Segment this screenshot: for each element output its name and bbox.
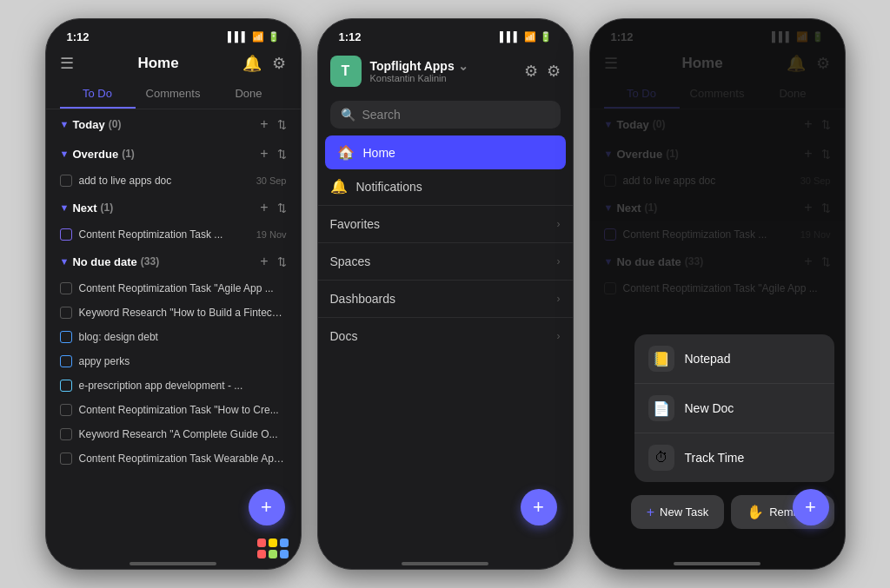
chevron-next: ▼	[60, 202, 70, 213]
tabs-bar-1: To Do Comments Done	[46, 80, 301, 109]
dashboards-chevron: ›	[557, 293, 561, 305]
tab-done[interactable]: Done	[211, 80, 287, 109]
workspace-gear-icon[interactable]: ⚙	[524, 62, 538, 81]
section-today-title: ▼ Today (0)	[60, 118, 122, 131]
task-checkbox	[60, 453, 72, 465]
wifi-icon-2: 📶	[524, 31, 536, 43]
gear-icon[interactable]: ⚙	[272, 54, 286, 73]
nav-divider-4	[318, 317, 573, 318]
task-nodue-8[interactable]: Content Reoptimization Task Wearable App…	[46, 446, 301, 471]
header-icons-1: 🔔 ⚙	[242, 54, 286, 73]
task-checkbox	[60, 307, 72, 319]
task-nodue-5[interactable]: e-prescription app development - ...	[46, 373, 301, 398]
status-time-1: 1:12	[67, 30, 90, 43]
search-bar[interactable]: 🔍 Search	[330, 101, 561, 129]
workspace-chevron: ⌄	[458, 59, 468, 73]
favorites-chevron: ›	[557, 218, 561, 230]
fab-button-1[interactable]: +	[249, 489, 285, 525]
next-count: (1)	[101, 202, 114, 214]
status-time-2: 1:12	[339, 30, 362, 43]
popup-item-newdoc[interactable]: 📄 New Doc	[634, 384, 834, 433]
dot	[280, 538, 289, 547]
task-nodue-6[interactable]: Content Reoptimization Task "How to Cre.…	[46, 398, 301, 422]
task-text: Content Reoptimization Task "Agile App .…	[79, 282, 287, 294]
nav-divider-3	[318, 280, 573, 281]
section-nodue-title: ▼ No due date (33)	[60, 255, 160, 268]
popup-item-tracktime[interactable]: ⏱ Track Time	[634, 433, 834, 482]
add-nodue-icon[interactable]: +	[260, 254, 268, 269]
task-nodue-7[interactable]: Keyword Research "A Complete Guide O...	[46, 422, 301, 446]
task-text: appy perks	[79, 355, 287, 367]
add-next-icon[interactable]: +	[260, 200, 268, 215]
nav-row-spaces[interactable]: Spaces ›	[318, 245, 573, 278]
popup-overlay	[590, 19, 845, 569]
dot	[257, 550, 266, 558]
workspace-user: Konstantin Kalinin	[370, 73, 515, 83]
workspace-name: Topflight Apps ⌄	[370, 59, 515, 73]
section-nodue: ▼ No due date (33) + ⇅	[46, 247, 301, 276]
nav-item-notifications[interactable]: 🔔 Notifications	[318, 169, 573, 203]
bottom-dots-1	[257, 538, 289, 558]
task-nodue-3[interactable]: blog: design debt	[46, 325, 301, 349]
fab-button-2[interactable]: +	[521, 489, 557, 525]
dot	[257, 538, 266, 547]
sort-next-icon[interactable]: ⇅	[277, 202, 287, 215]
battery-icon: 🔋	[268, 31, 280, 43]
status-bar-2: 1:12 ▌▌▌ 📶 🔋	[318, 19, 573, 47]
overdue-count: (1)	[122, 148, 135, 160]
phone-3: 1:12 ▌▌▌ 📶 🔋 ☰ Home 🔔 ⚙ To Do Comments D…	[589, 18, 846, 570]
today-actions: + ⇅	[260, 116, 286, 132]
task-checkbox	[60, 428, 72, 440]
fab-button-3[interactable]: +	[793, 489, 829, 525]
status-bar-1: 1:12 ▌▌▌ 📶 🔋	[46, 19, 301, 47]
nodue-count: (33)	[141, 255, 159, 268]
menu-icon[interactable]: ☰	[60, 54, 74, 73]
chevron-today: ▼	[60, 119, 70, 129]
new-task-button[interactable]: + New Task	[631, 495, 724, 529]
notepad-icon: 📒	[648, 346, 674, 372]
add-overdue-icon[interactable]: +	[260, 146, 268, 162]
workspace-avatar: T	[330, 56, 362, 87]
status-icons-2: ▌▌▌ 📶 🔋	[500, 31, 551, 43]
overdue-actions: + ⇅	[260, 146, 286, 162]
task-text: Content Reoptimization Task ...	[79, 228, 249, 241]
dot	[280, 550, 289, 558]
nav-item-home[interactable]: 🏠 Home	[325, 135, 566, 169]
nav-row-favorites[interactable]: Favorites ›	[318, 208, 573, 241]
popup-item-notepad[interactable]: 📒 Notepad	[634, 334, 834, 384]
sort-overdue-icon[interactable]: ⇅	[277, 148, 287, 161]
nav-header-icons: ⚙ ⚙	[524, 62, 561, 81]
task-checkbox	[60, 282, 72, 294]
task-date: 30 Sep	[256, 175, 287, 186]
task-nodue-1[interactable]: Content Reoptimization Task "Agile App .…	[46, 276, 301, 301]
task-checkbox-blue	[60, 331, 72, 343]
chevron-overdue: ▼	[60, 149, 70, 159]
workspace-settings-icon[interactable]: ⚙	[547, 62, 561, 81]
newdoc-label: New Doc	[685, 401, 734, 415]
sort-nodue-icon[interactable]: ⇅	[277, 255, 287, 268]
task-overdue-1[interactable]: add to live apps doc 30 Sep	[46, 168, 301, 193]
nav-header: T Topflight Apps ⌄ Konstantin Kalinin ⚙ …	[318, 47, 573, 96]
home-nav-icon: 🏠	[337, 144, 355, 161]
nodue-label: No due date	[72, 255, 136, 268]
spaces-label: Spaces	[330, 254, 371, 268]
task-nodue-2[interactable]: Keyword Research "How to Build a Fintech…	[46, 301, 301, 325]
bell-icon[interactable]: 🔔	[242, 54, 262, 73]
nav-row-dashboards[interactable]: Dashboards ›	[318, 282, 573, 315]
task-checkbox-blue	[60, 355, 72, 367]
tab-comments[interactable]: Comments	[136, 80, 211, 109]
tab-todo[interactable]: To Do	[60, 80, 136, 109]
task-next-1[interactable]: Content Reoptimization Task ... 19 Nov	[46, 222, 301, 247]
task-text: Content Reoptimization Task Wearable App…	[79, 453, 287, 465]
sort-today-icon[interactable]: ⇅	[277, 118, 287, 131]
nav-row-docs[interactable]: Docs ›	[318, 320, 573, 353]
task-text: Keyword Research "A Complete Guide O...	[79, 428, 287, 440]
wifi-icon: 📶	[252, 31, 264, 43]
tracktime-icon: ⏱	[648, 445, 674, 471]
task-text: add to live apps doc	[79, 175, 249, 187]
add-today-icon[interactable]: +	[260, 116, 268, 132]
task-nodue-4[interactable]: appy perks	[46, 349, 301, 373]
section-next: ▼ Next (1) + ⇅	[46, 193, 301, 222]
task-checkbox	[60, 404, 72, 416]
signal-icon-2: ▌▌▌	[500, 31, 520, 42]
